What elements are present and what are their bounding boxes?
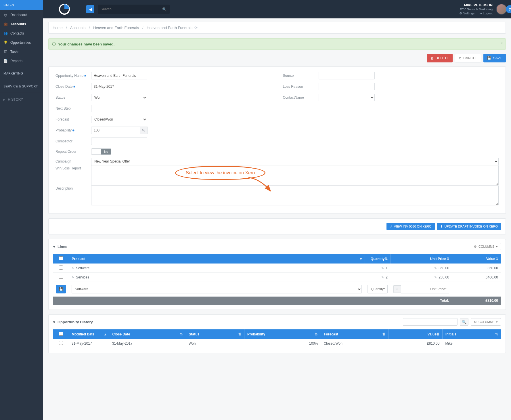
chevron-left-icon: ◀ — [89, 7, 92, 12]
history-search-input[interactable] — [403, 318, 458, 326]
lines-header-quantity[interactable]: Quantity⇅ — [365, 254, 391, 264]
save-button[interactable]: 💾 SAVE — [483, 54, 506, 62]
next-step-input[interactable] — [91, 105, 147, 112]
cell-forecast: Closed/Won — [321, 339, 388, 348]
add-line-button[interactable]: 💾 — [56, 285, 66, 293]
competitor-input[interactable] — [91, 138, 147, 145]
lines-header-checkbox[interactable] — [53, 254, 69, 264]
campaign-select[interactable]: New Year Special Offer — [91, 158, 499, 165]
update-invoice-xero-button[interactable]: ⬆ UPDATE DRAFT INVOICE ON XERO — [437, 223, 501, 230]
cell-product: Services — [76, 275, 89, 279]
history-header-forecast[interactable]: Forecast⇅ — [321, 329, 388, 339]
view-invoice-xero-button[interactable]: ↗ VIEW INV-0030 ON XERO — [386, 223, 435, 230]
nav-section-history[interactable]: ▸ HISTORY — [0, 94, 43, 105]
history-header-value[interactable]: Value⇅ — [388, 329, 443, 339]
add-quantity-input[interactable] — [368, 285, 388, 293]
lines-header-unitprice[interactable]: Unit Price⇅ — [391, 254, 452, 264]
search-input[interactable] — [101, 7, 162, 11]
cancel-button[interactable]: ⊘ CANCEL — [455, 54, 481, 62]
breadcrumb-account[interactable]: Heaven and Earth Funerals — [93, 26, 139, 30]
status-select[interactable]: Won — [91, 94, 147, 101]
update-invoice-xero-label: UPDATE DRAFT INVOICE ON XERO — [445, 225, 498, 228]
breadcrumb-accounts[interactable]: Accounts — [70, 26, 85, 30]
pencil-icon[interactable]: ✎ — [72, 266, 74, 270]
cancel-label: CANCEL — [463, 56, 477, 60]
history-header-close[interactable]: Close Date⇅ — [109, 329, 186, 339]
nav-section-service[interactable]: SERVICE & SUPPORT — [0, 81, 43, 91]
description-textarea[interactable] — [91, 185, 499, 205]
caret-down-icon[interactable]: ▾ — [53, 245, 55, 249]
cell-initials: Mike — [442, 339, 501, 348]
sidebar-item-tasks[interactable]: ☑ Tasks — [0, 47, 43, 56]
row-checkbox[interactable] — [59, 341, 63, 345]
global-search[interactable]: 🔍 — [98, 5, 170, 14]
history-columns-button[interactable]: ⚙ COLUMNS ▾ — [471, 318, 501, 326]
probability-input[interactable] — [91, 127, 140, 134]
refresh-icon[interactable]: ⟳ — [194, 26, 198, 30]
winloss-textarea[interactable] — [91, 165, 499, 185]
cell-unitprice: 350.00 — [439, 266, 449, 270]
history-header-initials[interactable]: Initials⇅ — [442, 329, 501, 339]
pencil-icon[interactable]: ✎ — [434, 266, 437, 270]
row-checkbox[interactable] — [59, 275, 63, 279]
pencil-icon[interactable]: ✎ — [381, 276, 384, 279]
history-header-probability[interactable]: Probability⇅ — [244, 329, 321, 339]
history-search-button[interactable]: 🔍 — [460, 318, 468, 326]
caret-down-icon[interactable]: ▾ — [53, 320, 55, 324]
label-contact-name: ContactName — [283, 96, 315, 100]
lines-header-value[interactable]: Value⇅ — [452, 254, 501, 264]
label-forecast: Forecast — [55, 117, 87, 121]
settings-link[interactable]: Settings — [463, 12, 475, 15]
forecast-select[interactable]: Closed/Won — [91, 116, 147, 123]
repeat-order-toggle[interactable]: No — [91, 148, 111, 155]
breadcrumb-record: Heaven and Earth Funerals — [147, 26, 192, 30]
close-alert-button[interactable]: × — [500, 41, 503, 45]
row-checkbox[interactable] — [59, 266, 63, 270]
table-row[interactable]: ✎Services ✎2 ✎230.00 £460.00 — [53, 273, 501, 282]
gear-icon: ⚙ — [474, 245, 477, 249]
history-header-checkbox[interactable] — [53, 329, 69, 339]
history-title: Opportunity History — [58, 320, 93, 324]
table-row[interactable]: ✎Software ✎1 ✎350.00 £350.00 — [53, 264, 501, 273]
sidebar-item-reports[interactable]: 📄 Reports — [0, 56, 43, 66]
add-unitprice-input[interactable] — [401, 285, 449, 293]
close-date-input[interactable] — [91, 83, 147, 90]
add-product-select[interactable]: Software — [72, 285, 362, 293]
breadcrumb-panel: Home / Accounts / Heaven and Earth Funer… — [48, 22, 506, 34]
label-status: Status — [55, 96, 87, 100]
avatar[interactable] — [496, 4, 507, 15]
sidebar-item-opportunities[interactable]: 💡 Opportunities — [0, 38, 43, 47]
contact-name-select[interactable] — [319, 94, 375, 101]
history-header-modified[interactable]: Modified Date▴ — [69, 329, 109, 339]
pencil-icon[interactable]: ✎ — [434, 276, 437, 279]
loss-reason-input[interactable] — [319, 83, 375, 90]
sort-icon: ⇅ — [437, 332, 439, 336]
nav-section-sales[interactable]: SALES — [0, 0, 43, 10]
pencil-icon[interactable]: ✎ — [381, 266, 384, 270]
sidebar-item-contacts[interactable]: 👥 Contacts — [0, 29, 43, 38]
delete-button[interactable]: 🗑 DELETE — [427, 54, 453, 62]
probability-suffix: % — [140, 127, 148, 134]
lightbulb-icon: 💡 — [3, 41, 7, 45]
history-table: Modified Date▴ Close Date⇅ Status⇅ Proba… — [53, 329, 501, 348]
history-header-status[interactable]: Status⇅ — [186, 329, 244, 339]
columns-label: COLUMNS — [479, 320, 494, 324]
breadcrumb-home[interactable]: Home — [53, 26, 63, 30]
sidebar-item-accounts[interactable]: 💼 Accounts — [0, 20, 43, 29]
label-close-date: Close Date✸ — [55, 85, 87, 89]
sort-icon: ⇅ — [495, 257, 498, 261]
sidebar-item-dashboard[interactable]: ◷ Dashboard — [0, 10, 43, 20]
pencil-icon[interactable]: ✎ — [72, 276, 74, 279]
sidebar: SALES ◷ Dashboard 💼 Accounts 👥 Contacts … — [0, 0, 43, 420]
label-probability: Probability✸ — [55, 128, 87, 132]
opportunity-name-input[interactable] — [91, 72, 147, 79]
lines-columns-button[interactable]: ⚙ COLUMNS ▾ — [471, 243, 501, 250]
toggle-no-label: No — [101, 149, 111, 154]
source-input[interactable] — [319, 72, 375, 79]
logout-link[interactable]: Logout — [483, 12, 493, 15]
lines-header-product[interactable]: Product▾ — [69, 254, 365, 264]
table-row[interactable]: 31-May-2017 31-May-2017 Won 100% Closed/… — [53, 339, 501, 348]
collapse-sidebar-button[interactable]: ◀ — [86, 5, 94, 13]
nav-section-marketing[interactable]: MARKETING — [0, 68, 43, 79]
sort-icon: ⇅ — [385, 257, 388, 261]
